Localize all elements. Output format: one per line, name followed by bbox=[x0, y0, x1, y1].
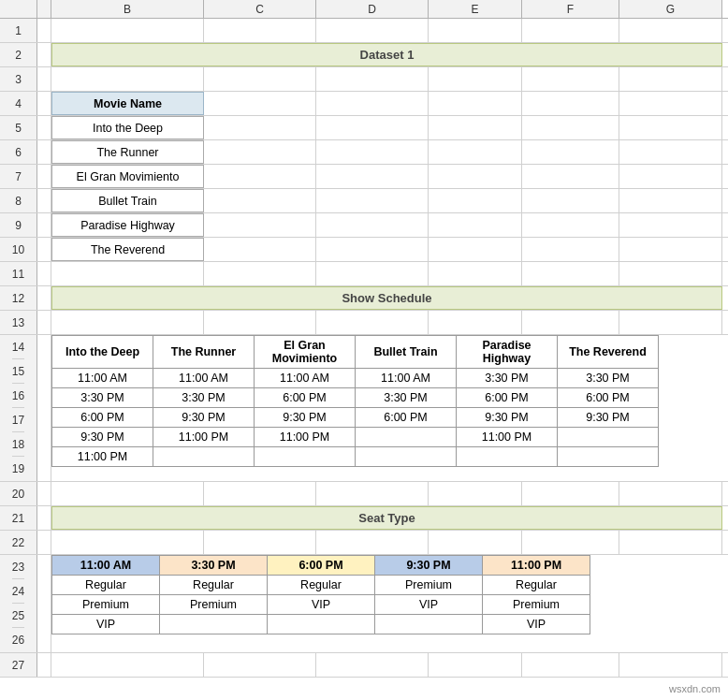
cell-e7[interactable] bbox=[429, 165, 522, 188]
cell-a1[interactable] bbox=[37, 19, 51, 42]
cell-f13[interactable] bbox=[522, 311, 619, 334]
cell-c6[interactable] bbox=[204, 140, 316, 164]
cell-a22[interactable] bbox=[37, 531, 51, 554]
cell-e5[interactable] bbox=[429, 116, 522, 139]
cell-g13[interactable] bbox=[619, 311, 722, 334]
cell-c20[interactable] bbox=[204, 482, 316, 505]
cell-e8[interactable] bbox=[429, 189, 522, 212]
cell-e22[interactable] bbox=[429, 531, 522, 554]
cell-a12[interactable] bbox=[37, 286, 51, 310]
row-1: 1 bbox=[0, 19, 728, 43]
cell-a-sched[interactable] bbox=[37, 335, 51, 481]
cell-c4[interactable] bbox=[204, 92, 316, 115]
cell-g5[interactable] bbox=[619, 116, 722, 139]
cell-b20[interactable] bbox=[51, 482, 204, 505]
cell-a5[interactable] bbox=[37, 116, 51, 139]
row-nums-23-26: 23 24 25 26 bbox=[0, 555, 37, 652]
cell-f22[interactable] bbox=[522, 531, 619, 554]
cell-d11[interactable] bbox=[316, 262, 429, 285]
cell-g7[interactable] bbox=[619, 165, 722, 188]
cell-g6[interactable] bbox=[619, 140, 722, 164]
cell-b11[interactable] bbox=[51, 262, 204, 285]
cell-d8[interactable] bbox=[316, 189, 429, 212]
cell-f3[interactable] bbox=[522, 67, 619, 91]
cell-f9[interactable] bbox=[522, 213, 619, 237]
cell-g22[interactable] bbox=[619, 531, 722, 554]
cell-f11[interactable] bbox=[522, 262, 619, 285]
cell-a9[interactable] bbox=[37, 213, 51, 237]
cell-c3[interactable] bbox=[204, 67, 316, 91]
cell-a2[interactable] bbox=[37, 43, 51, 66]
cell-g9[interactable] bbox=[619, 213, 722, 237]
cell-c22[interactable] bbox=[204, 531, 316, 554]
cell-g20[interactable] bbox=[619, 482, 722, 505]
cell-g1[interactable] bbox=[619, 19, 722, 42]
cell-c7[interactable] bbox=[204, 165, 316, 188]
cell-c5[interactable] bbox=[204, 116, 316, 139]
cell-c13[interactable] bbox=[204, 311, 316, 334]
cell-g10[interactable] bbox=[619, 238, 722, 261]
cell-e13[interactable] bbox=[429, 311, 522, 334]
cell-f20[interactable] bbox=[522, 482, 619, 505]
cell-a27[interactable] bbox=[37, 653, 51, 677]
cell-c1[interactable] bbox=[204, 19, 316, 42]
cell-c8[interactable] bbox=[204, 189, 316, 212]
cell-d7[interactable] bbox=[316, 165, 429, 188]
cell-d3[interactable] bbox=[316, 67, 429, 91]
cell-b13[interactable] bbox=[51, 311, 204, 334]
cell-e11[interactable] bbox=[429, 262, 522, 285]
cell-d1[interactable] bbox=[316, 19, 429, 42]
cell-a4[interactable] bbox=[37, 92, 51, 115]
cell-e20[interactable] bbox=[429, 482, 522, 505]
cell-e6[interactable] bbox=[429, 140, 522, 164]
cell-d22[interactable] bbox=[316, 531, 429, 554]
cell-c11[interactable] bbox=[204, 262, 316, 285]
cell-d5[interactable] bbox=[316, 116, 429, 139]
cell-b3[interactable] bbox=[51, 67, 204, 91]
cell-g3[interactable] bbox=[619, 67, 722, 91]
cell-a6[interactable] bbox=[37, 140, 51, 164]
cell-d9[interactable] bbox=[316, 213, 429, 237]
cell-a20[interactable] bbox=[37, 482, 51, 505]
cell-e1[interactable] bbox=[429, 19, 522, 42]
cell-f7[interactable] bbox=[522, 165, 619, 188]
cell-d27[interactable] bbox=[316, 653, 429, 677]
cell-d4[interactable] bbox=[316, 92, 429, 115]
cell-e9[interactable] bbox=[429, 213, 522, 237]
cell-d20[interactable] bbox=[316, 482, 429, 505]
cell-f6[interactable] bbox=[522, 140, 619, 164]
cell-e4[interactable] bbox=[429, 92, 522, 115]
cell-a-seat[interactable] bbox=[37, 555, 51, 652]
cell-a7[interactable] bbox=[37, 165, 51, 188]
cell-g8[interactable] bbox=[619, 189, 722, 212]
cell-g27[interactable] bbox=[619, 653, 722, 677]
cell-a21[interactable] bbox=[37, 506, 51, 530]
cell-f8[interactable] bbox=[522, 189, 619, 212]
cell-a3[interactable] bbox=[37, 67, 51, 91]
cell-a11[interactable] bbox=[37, 262, 51, 285]
cell-b27[interactable] bbox=[51, 653, 204, 677]
cell-f4[interactable] bbox=[522, 92, 619, 115]
cell-f10[interactable] bbox=[522, 238, 619, 261]
cell-d10[interactable] bbox=[316, 238, 429, 261]
cell-a8[interactable] bbox=[37, 189, 51, 212]
cell-f5[interactable] bbox=[522, 116, 619, 139]
cell-e10[interactable] bbox=[429, 238, 522, 261]
cell-c9[interactable] bbox=[204, 213, 316, 237]
cell-g4[interactable] bbox=[619, 92, 722, 115]
cell-e3[interactable] bbox=[429, 67, 522, 91]
cell-e27[interactable] bbox=[429, 653, 522, 677]
cell-g11[interactable] bbox=[619, 262, 722, 285]
cell-b22[interactable] bbox=[51, 531, 204, 554]
cell-b1[interactable] bbox=[51, 19, 204, 42]
sched-cell-4-4 bbox=[457, 447, 558, 467]
cell-c10[interactable] bbox=[204, 238, 316, 261]
cell-c27[interactable] bbox=[204, 653, 316, 677]
cell-f1[interactable] bbox=[522, 19, 619, 42]
seat-body: RegularRegularRegularPremiumRegularPremi… bbox=[52, 576, 590, 634]
cell-a10[interactable] bbox=[37, 238, 51, 261]
cell-a13[interactable] bbox=[37, 311, 51, 334]
cell-d6[interactable] bbox=[316, 140, 429, 164]
cell-d13[interactable] bbox=[316, 311, 429, 334]
cell-f27[interactable] bbox=[522, 653, 619, 677]
